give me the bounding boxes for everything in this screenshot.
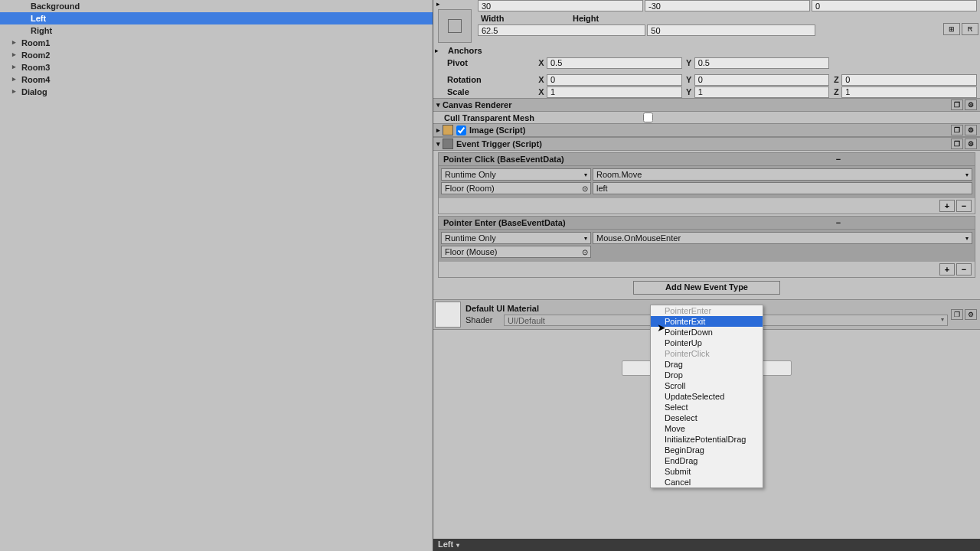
hierarchy-item-room3[interactable]: Room3 [0,61,433,73]
menu-init-drag[interactable]: InitializePotentialDrag [651,434,763,445]
function-dropdown[interactable]: Mouse.OnMouseEnter [593,232,972,244]
scale-x-input[interactable] [547,86,682,98]
rot-x-input[interactable] [547,74,682,86]
add-listener-button[interactable]: + [939,263,955,276]
anchor-preset-widget[interactable] [438,9,472,43]
call-state-dropdown[interactable]: Runtime Only [441,232,591,244]
menu-update-selected[interactable]: UpdateSelected [651,391,763,402]
hierarchy-item-background[interactable]: Background [0,0,433,12]
function-dropdown[interactable]: Room.Move [593,168,972,181]
hierarchy-item-dialog[interactable]: Dialog [0,86,433,98]
hierarchy-item-left[interactable]: Left [0,12,433,24]
menu-select[interactable]: Select [651,402,763,412]
menu-drop[interactable]: Drop [651,370,763,380]
hierarchy-item-room1[interactable]: Room1 [0,37,433,49]
component-menu-button[interactable]: ⚙ [965,139,977,149]
remove-listener-button[interactable]: − [956,200,972,212]
event-trigger-header[interactable]: ▾ Event Trigger (Script) ❐ ⚙ [433,137,980,151]
image-enabled-checkbox[interactable] [456,126,466,135]
menu-pointer-enter: PointerEnter [651,305,763,316]
menu-pointer-up[interactable]: PointerUp [651,337,763,348]
scale-z-input[interactable] [841,86,977,98]
script-icon [443,139,453,149]
component-menu-button[interactable]: ⚙ [965,125,977,135]
anchors-foldout-icon[interactable]: ▸ [435,47,439,54]
add-event-type-button[interactable]: Add New Event Type [633,281,780,295]
menu-pointer-down[interactable]: PointerDown [651,327,763,337]
width-label: Width [478,14,570,23]
argument-field[interactable]: left [593,182,972,194]
menu-deselect[interactable]: Deselect [651,412,763,423]
pos-y-input[interactable] [645,0,810,11]
bottom-status-bar[interactable]: Left [433,539,980,551]
remove-listener-button[interactable]: − [956,263,972,276]
foldout-icon[interactable]: ▾ [436,101,440,109]
pos-z-input[interactable] [812,0,977,11]
pivot-y-input[interactable] [694,57,830,69]
component-menu-button[interactable]: ⚙ [965,99,977,110]
image-icon [443,125,453,135]
blueprint-mode-button[interactable]: ⊞ [943,23,960,35]
scale-label: Scale [444,87,536,96]
cull-mesh-checkbox[interactable] [643,112,653,122]
pos-x-input[interactable] [478,0,643,11]
scale-y-input[interactable] [694,86,830,98]
anchors-label: Anchors [440,46,532,55]
menu-submit[interactable]: Submit [651,466,763,477]
hierarchy-item-right[interactable]: Right [0,24,433,37]
raw-edit-button[interactable]: R [962,23,978,35]
menu-begin-drag[interactable]: BeginDrag [651,445,763,455]
material-preview [435,302,461,328]
remove-event-button[interactable]: − [707,155,970,164]
menu-cancel[interactable]: Cancel [651,477,763,487]
hierarchy-item-room2[interactable]: Room2 [0,49,433,61]
pointer-enter-event: Pointer Enter (BaseEventData)− Runtime O… [438,216,975,278]
call-state-dropdown[interactable]: Runtime Only [441,168,591,181]
rotation-label: Rotation [444,75,536,84]
material-help-button[interactable]: ❐ [951,309,963,320]
event-type-context-menu: PointerEnter PointerExit PointerDown Poi… [650,305,763,488]
width-input[interactable] [478,24,645,36]
height-input[interactable] [647,24,815,36]
rot-y-input[interactable] [694,74,830,86]
material-menu-button[interactable]: ⚙ [965,309,977,320]
target-object-field[interactable]: Floor (Mouse) [441,246,591,258]
menu-scroll[interactable]: Scroll [651,380,763,391]
rot-z-input[interactable] [841,74,977,86]
image-component-header[interactable]: ▸ Image (Script) ❐ ⚙ [433,123,980,137]
pointer-click-event: Pointer Click (BaseEventData)− Runtime O… [438,152,975,214]
target-object-field[interactable]: Floor (Room) [441,182,591,194]
add-listener-button[interactable]: + [939,200,955,212]
component-help-button[interactable]: ❐ [951,99,963,110]
pivot-x-input[interactable] [547,57,682,69]
foldout-icon[interactable]: ▾ [436,140,440,148]
menu-move[interactable]: Move [651,423,763,434]
canvas-renderer-header[interactable]: ▾ Canvas Renderer ❐ ⚙ [433,98,980,112]
cull-mesh-label: Cull Transparent Mesh [444,113,643,122]
hierarchy-item-room4[interactable]: Room4 [0,73,433,86]
component-help-button[interactable]: ❐ [951,125,963,135]
pivot-label: Pivot [444,58,536,67]
height-label: Height [570,14,977,23]
hierarchy-panel: Background Left Right Room1 Room2 Room3 … [0,0,433,551]
menu-end-drag[interactable]: EndDrag [651,455,763,466]
menu-drag[interactable]: Drag [651,359,763,370]
rect-foldout-icon[interactable]: ▸ [436,0,476,8]
foldout-icon[interactable]: ▸ [436,126,440,134]
menu-pointer-exit[interactable]: PointerExit [651,316,763,327]
remove-event-button[interactable]: − [707,218,970,227]
menu-pointer-click: PointerClick [651,348,763,359]
component-help-button[interactable]: ❐ [951,139,963,149]
